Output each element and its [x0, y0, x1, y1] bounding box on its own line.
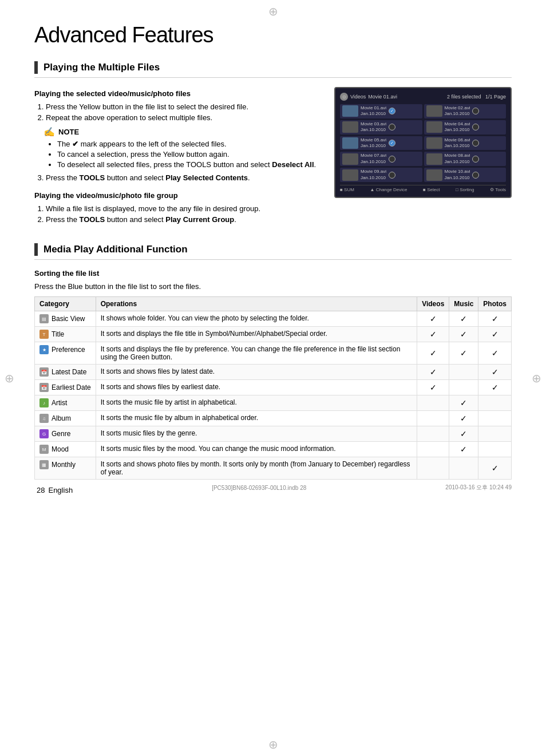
footer-date: 2010-03-16 오후 10:24 49 — [445, 484, 512, 492]
col-operations: Operations — [96, 297, 417, 311]
cat-cell-7: GGenre — [35, 426, 96, 442]
music-check-5: ✓ — [449, 395, 478, 411]
tv-info-8: Movie 08.aviJan.10.2010 — [445, 153, 470, 165]
cat-label-3: Latest Date — [52, 368, 86, 376]
cat-icon-9: ▦ — [39, 460, 49, 469]
table-row: GGenreIt sorts music files by the genre.… — [35, 426, 512, 442]
cat-icon-0: ▤ — [39, 314, 49, 323]
table-row: ★PreferenceIt sorts and displays the fil… — [35, 342, 512, 365]
cat-icon-1: T — [39, 330, 49, 339]
op-cell-8: It sorts music files by the mood. You ca… — [96, 442, 417, 457]
table-header-row: Category Operations Videos Music Photos — [35, 297, 512, 311]
music-check-0: ✓ — [449, 311, 478, 327]
music-check-4 — [449, 380, 478, 395]
tv-footer-select: ■ Select — [423, 187, 440, 192]
cat-cell-4: 📅Earliest Date — [35, 380, 96, 395]
subsection2-block: Playing the video/music/photo file group… — [34, 191, 323, 224]
cat-icon-3: 📅 — [39, 367, 49, 377]
section1-title: Playing the Multiple Files — [43, 62, 160, 73]
tv-header-file: Movie 01.avi — [368, 94, 397, 100]
step-1: Press the Yellow button in the file list… — [46, 102, 323, 111]
tv-file-6: Movie 06.aviJan.10.2010 — [424, 136, 507, 151]
sorting-description: Press the Blue button in the file list t… — [34, 282, 512, 291]
page-title: Advanced Features — [34, 23, 512, 48]
section1-text: Playing the selected video/music/photo f… — [34, 87, 323, 229]
subsection1-title: Playing the selected video/music/photo f… — [34, 89, 323, 98]
music-check-3 — [449, 365, 478, 380]
sort-table: Category Operations Videos Music Photos … — [34, 296, 512, 480]
photos-check-9: ✓ — [478, 457, 512, 480]
tv-header: ⊙ Videos Movie 01.avi 2 files selected 1… — [340, 93, 506, 101]
tv-file-3: Movie 03.aviJan.10.2010 — [340, 120, 422, 134]
tv-file-4: Movie 04.aviJan.10.2010 — [424, 120, 507, 134]
tv-thumb-8 — [426, 153, 442, 165]
tv-file-5: Movie 05.aviJan.10.2010 ✓ — [340, 136, 422, 151]
table-row: 📅Latest DateIt sorts and shows files by … — [35, 365, 512, 380]
section2-header: Media Play Additional Function — [34, 243, 512, 260]
tv-file-1: Movie 01.aviJan.10.2010 ✓ — [340, 104, 422, 118]
subsection2-title: Playing the video/music/photo file group — [34, 191, 323, 200]
tv-footer-sorting: □ Sorting — [456, 187, 474, 192]
tv-info-3: Movie 03.aviJan.10.2010 — [361, 121, 386, 133]
tv-footer: ■ SUM ▲ Change Device ■ Select □ Sorting… — [340, 185, 506, 192]
tv-check-7 — [389, 156, 395, 163]
note-items: The ✔ mark appears to the left of the se… — [57, 140, 323, 169]
cat-cell-5: ♪Artist — [35, 395, 96, 411]
cat-label-2: Preference — [52, 346, 85, 354]
op-cell-1: It sorts and displays the file title in … — [96, 327, 417, 342]
cat-cell-2: ★Preference — [35, 342, 96, 365]
cat-label-0: Basic View — [52, 315, 85, 323]
section2-title: Media Play Additional Function — [43, 244, 188, 255]
music-check-7: ✓ — [449, 426, 478, 442]
cat-label-6: Album — [52, 414, 71, 422]
op-cell-2: It sorts and displays the file by prefer… — [96, 342, 417, 365]
step-3: Press the TOOLS button and select Play S… — [46, 173, 323, 182]
cat-cell-8: MMood — [35, 442, 96, 457]
cat-icon-2: ★ — [39, 345, 49, 354]
tv-info-4: Movie 04.aviJan.10.2010 — [445, 121, 470, 133]
sorting-title: Sorting the file list — [34, 269, 512, 278]
tv-check-4 — [472, 124, 479, 130]
videos-check-3: ✓ — [417, 365, 449, 380]
tv-thumb-6 — [426, 137, 442, 149]
table-row: TTitleIt sorts and displays the file tit… — [35, 327, 512, 342]
tv-file-9: Movie 09.aviJan.10.2010 — [340, 168, 422, 182]
note-label: ✍ NOTE — [43, 126, 323, 137]
page-footer: 28English [PC530]BN68-02693F-00L10.indb … — [34, 478, 512, 497]
steps-list-2: While a file list is displayed, move to … — [46, 204, 323, 224]
tv-check-10 — [472, 172, 479, 179]
section1-content: Playing the selected video/music/photo f… — [34, 87, 512, 229]
op-cell-7: It sorts music files by the genre. — [96, 426, 417, 442]
page-content: Advanced Features Playing the Multiple F… — [0, 0, 546, 514]
table-row: ♫AlbumIt sorts the music file by album i… — [35, 411, 512, 426]
tv-file-7: Movie 07.aviJan.10.2010 — [340, 152, 422, 166]
footer-file: [PC530]BN68-02693F-00L10.indb 28 — [212, 485, 306, 491]
videos-check-0: ✓ — [417, 311, 449, 327]
tv-check-2 — [472, 108, 479, 114]
col-photos: Photos — [478, 297, 512, 311]
photos-check-1: ✓ — [478, 327, 512, 342]
cat-cell-1: TTitle — [35, 327, 96, 342]
section1-bar — [34, 61, 38, 74]
cat-label-4: Earliest Date — [52, 383, 91, 391]
tv-thumb-10 — [426, 169, 442, 181]
tv-check-5: ✓ — [389, 140, 395, 147]
tv-file-10: Movie 10.aviJan.10.2010 — [424, 168, 507, 182]
tv-footer-change: ▲ Change Device — [370, 187, 407, 192]
photos-check-5 — [478, 395, 512, 411]
note-item-2: To cancel a selection, press the Yellow … — [57, 150, 323, 159]
step-2-1: While a file list is displayed, move to … — [46, 204, 323, 213]
cat-label-1: Title — [52, 330, 64, 338]
tv-file-8: Movie 08.aviJan.10.2010 — [424, 152, 507, 166]
music-check-1: ✓ — [449, 327, 478, 342]
tv-header-info: 2 files selected 1/1 Page — [447, 94, 506, 100]
cat-cell-3: 📅Latest Date — [35, 365, 96, 380]
table-row: 📅Earliest DateIt sorts and shows files b… — [35, 380, 512, 395]
tv-check-6 — [472, 140, 479, 147]
op-cell-3: It sorts and shows files by latest date. — [96, 365, 417, 380]
cat-icon-4: 📅 — [39, 383, 49, 392]
tv-thumb-4 — [426, 121, 442, 133]
page-number-block: 28English — [34, 478, 73, 497]
tv-info-9: Movie 09.aviJan.10.2010 — [361, 169, 386, 181]
cat-cell-9: ▦Monthly — [35, 457, 96, 480]
